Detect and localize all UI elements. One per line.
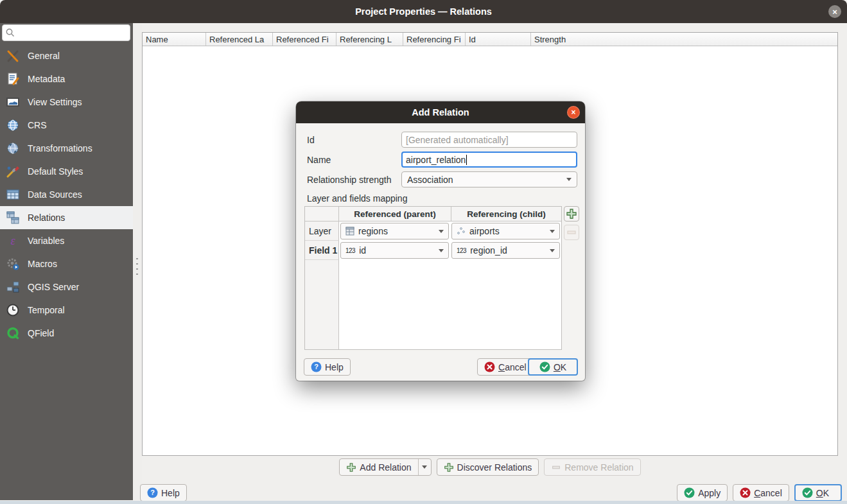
window-bottom-edge xyxy=(0,501,847,504)
minus-icon xyxy=(551,462,561,473)
mapping-header-parent: Referenced (parent) xyxy=(339,207,451,221)
mapping-row-layer-label: Layer xyxy=(305,222,339,241)
table-layer-icon xyxy=(345,227,354,236)
sidebar-item-temporal[interactable]: Temporal xyxy=(0,299,133,322)
sidebar-item-data-sources[interactable]: Data Sources xyxy=(0,183,133,206)
column-header-name[interactable]: Name xyxy=(143,33,206,46)
relationship-strength-label: Relationship strength xyxy=(307,171,392,187)
add-relation-dropdown-toggle[interactable] xyxy=(418,459,431,475)
referenced-layer-select[interactable]: regions xyxy=(340,223,449,239)
globe-icon xyxy=(5,117,21,133)
sidebar-item-view-settings[interactable]: View Settings xyxy=(0,91,133,114)
sidebar-item-macros[interactable]: Macros xyxy=(0,252,133,275)
svg-text:?: ? xyxy=(314,363,319,370)
check-icon xyxy=(684,487,695,498)
dialog-cancel-button[interactable]: Cancel xyxy=(477,358,534,376)
monitor-map-icon xyxy=(5,94,21,110)
chevron-down-icon xyxy=(439,249,444,252)
mapping-filler-label-column xyxy=(305,260,339,349)
column-header-referenced-layer[interactable]: Referenced La xyxy=(206,33,273,46)
mapping-row-field1-label: Field 1 xyxy=(305,241,339,260)
cancel-icon xyxy=(740,487,751,498)
globe-transform-icon xyxy=(5,141,21,156)
layer-fields-mapping-table: Referenced (parent) Referencing (child) … xyxy=(304,206,562,350)
name-label: Name xyxy=(307,152,331,168)
plus-icon xyxy=(444,462,454,473)
window-titlebar: Project Properties — Relations × xyxy=(0,0,847,23)
help-button[interactable]: ? Help xyxy=(140,484,187,501)
dialog-titlebar: Add Relation × xyxy=(296,101,585,123)
add-relation-button[interactable]: Add Relation xyxy=(340,459,417,475)
sidebar-item-crs[interactable]: CRS xyxy=(0,114,133,137)
chevron-down-icon xyxy=(566,178,572,181)
add-relation-dialog: Add Relation × Id Name airport_relation … xyxy=(296,101,585,381)
svg-text:?: ? xyxy=(150,489,155,496)
sidebar-item-general[interactable]: General xyxy=(0,44,133,67)
network-server-icon xyxy=(5,279,21,295)
chevron-down-icon xyxy=(439,230,444,233)
minus-icon xyxy=(566,227,577,238)
dialog-close-button[interactable]: × xyxy=(567,106,580,119)
linked-tables-icon xyxy=(5,210,21,225)
help-icon: ? xyxy=(147,487,158,498)
name-field[interactable]: airport_relation xyxy=(401,152,577,168)
tools-icon xyxy=(5,48,21,64)
mapping-filler-area xyxy=(339,260,561,349)
paintbrush-icon xyxy=(5,164,21,179)
column-header-referencing-field[interactable]: Referencing Fi xyxy=(403,33,466,46)
mapping-header-empty xyxy=(305,207,339,221)
chevron-down-icon xyxy=(550,249,555,252)
dialog-help-button[interactable]: ? Help xyxy=(304,358,351,376)
discover-relations-button[interactable]: Discover Relations xyxy=(437,458,539,476)
splitter-handle[interactable] xyxy=(136,258,138,276)
metadata-icon xyxy=(5,71,21,87)
cancel-icon xyxy=(484,361,495,372)
integer-field-icon: 123 xyxy=(345,247,355,254)
sidebar-item-relations[interactable]: Relations xyxy=(0,206,133,229)
epsilon-icon: ε xyxy=(5,233,21,248)
check-icon xyxy=(802,487,813,498)
check-icon xyxy=(539,361,550,372)
column-header-strength[interactable]: Strength xyxy=(531,33,837,46)
sidebar-item-transformations[interactable]: Transformations xyxy=(0,137,133,160)
clock-icon xyxy=(5,302,21,318)
dialog-title: Add Relation xyxy=(412,107,469,117)
apply-button[interactable]: Apply xyxy=(677,484,728,501)
id-field[interactable] xyxy=(401,132,577,148)
ok-button[interactable]: OK xyxy=(794,484,842,501)
mapping-section-label: Layer and fields mapping xyxy=(307,190,407,206)
table-icon xyxy=(5,187,21,202)
referencing-field-select[interactable]: 123 region_id xyxy=(451,242,560,259)
sidebar-item-default-styles[interactable]: Default Styles xyxy=(0,160,133,183)
relationship-strength-select[interactable]: Association xyxy=(401,171,577,187)
cancel-button[interactable]: Cancel xyxy=(733,484,789,501)
svg-text:ε: ε xyxy=(10,234,15,247)
plus-icon xyxy=(566,208,577,220)
column-header-id[interactable]: Id xyxy=(466,33,531,46)
plus-icon xyxy=(346,462,356,473)
sidebar-item-variables[interactable]: ε Variables xyxy=(0,229,133,252)
sidebar-item-metadata[interactable]: Metadata xyxy=(0,67,133,91)
help-icon: ? xyxy=(311,361,322,372)
referencing-layer-select[interactable]: airports xyxy=(451,223,560,239)
sidebar-item-qgis-server[interactable]: QGIS Server xyxy=(0,275,133,299)
sidebar-splitter[interactable] xyxy=(133,23,142,500)
sidebar-item-qfield[interactable]: QField xyxy=(0,322,133,345)
search-icon xyxy=(5,28,15,38)
window-close-button[interactable]: × xyxy=(828,5,841,18)
text-caret xyxy=(466,155,467,165)
remove-relation-button: Remove Relation xyxy=(544,458,640,476)
dialog-ok-button[interactable]: OK xyxy=(528,358,578,376)
referenced-field-select[interactable]: 123 id xyxy=(340,242,449,259)
sidebar-search-input[interactable] xyxy=(2,24,130,41)
qfield-logo-icon xyxy=(5,326,21,341)
chevron-down-icon xyxy=(550,230,555,233)
column-header-referenced-field[interactable]: Referenced Fi xyxy=(273,33,336,46)
add-field-mapping-button[interactable] xyxy=(564,206,579,222)
window-title: Project Properties — Relations xyxy=(355,6,492,17)
remove-field-mapping-button xyxy=(564,225,579,240)
column-header-referencing-layer[interactable]: Referencing L xyxy=(336,33,403,46)
id-label: Id xyxy=(307,132,315,148)
add-relation-split-button: Add Relation xyxy=(339,458,431,476)
chevron-down-icon xyxy=(422,465,427,469)
